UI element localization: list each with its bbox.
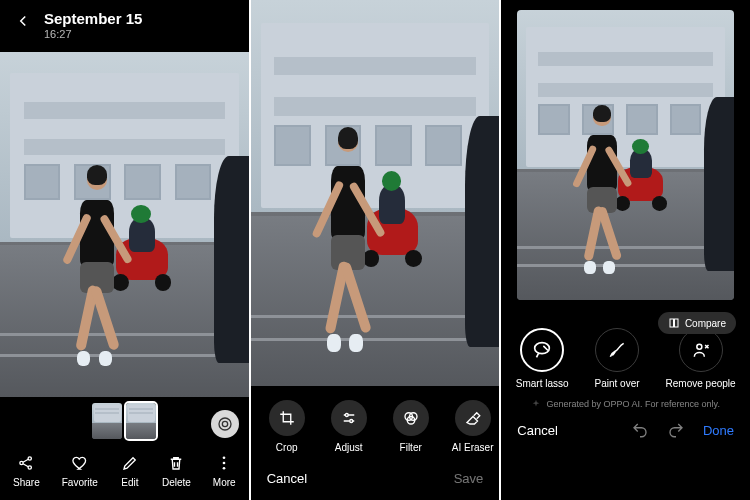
main-photo[interactable] xyxy=(0,52,249,397)
sliders-icon xyxy=(340,409,358,427)
filter-icon xyxy=(402,409,420,427)
filter-tool[interactable]: Filter xyxy=(389,400,433,453)
arrow-left-icon xyxy=(14,12,32,30)
edit-footer: Cancel Save xyxy=(251,459,500,500)
remove-people-label: Remove people xyxy=(666,378,736,389)
share-label: Share xyxy=(13,477,40,488)
smart-lasso-tool[interactable]: Smart lasso xyxy=(516,328,569,389)
ai-eraser-tool[interactable]: AI Eraser xyxy=(451,400,495,453)
smart-lasso-label: Smart lasso xyxy=(516,378,569,389)
favorite-button[interactable]: Favorite xyxy=(62,453,98,488)
undo-button[interactable] xyxy=(631,421,649,439)
back-button[interactable] xyxy=(12,10,34,32)
done-button[interactable]: Done xyxy=(703,423,734,438)
save-button[interactable]: Save xyxy=(454,471,484,486)
person-remove-icon xyxy=(691,340,711,360)
favorite-label: Favorite xyxy=(62,477,98,488)
trash-icon xyxy=(167,454,185,472)
svg-rect-13 xyxy=(670,319,674,327)
photo-person-right xyxy=(214,156,249,363)
pencil-icon xyxy=(121,454,139,472)
viewer-header: September 15 16:27 xyxy=(0,0,249,46)
svg-point-6 xyxy=(223,462,226,465)
edit-button[interactable]: Edit xyxy=(120,453,140,488)
svg-point-8 xyxy=(345,414,348,417)
ai-disclaimer: Generated by OPPO AI. For reference only… xyxy=(501,395,750,411)
svg-point-4 xyxy=(28,466,31,469)
cancel-button[interactable]: Cancel xyxy=(517,423,557,438)
eraser-footer: Cancel Done xyxy=(501,411,750,451)
compare-icon xyxy=(668,317,680,329)
edit-panel: Crop Adjust Filter AI Eraser Mar Cancel … xyxy=(251,0,500,500)
remove-people-tool[interactable]: Remove people xyxy=(666,328,736,389)
filter-label: Filter xyxy=(400,442,422,453)
photo-runner xyxy=(565,109,639,271)
ai-eraser-panel: Compare Smart lasso Paint over Remove pe… xyxy=(501,0,750,500)
eraser-photo-wrap xyxy=(501,0,750,304)
header-title-block: September 15 16:27 xyxy=(44,10,142,40)
adjust-tool[interactable]: Adjust xyxy=(327,400,371,453)
heart-icon xyxy=(71,454,89,472)
photo-time: 16:27 xyxy=(44,28,142,40)
photo-person-right xyxy=(704,97,734,271)
more-label: More xyxy=(213,477,236,488)
photo-person-right xyxy=(465,116,500,348)
compare-button[interactable]: Compare xyxy=(658,312,736,334)
eraser-photo[interactable] xyxy=(517,10,734,300)
edit-tool-row: Crop Adjust Filter AI Eraser Mar xyxy=(251,386,500,459)
redo-button[interactable] xyxy=(667,421,685,439)
lasso-icon xyxy=(531,339,553,361)
thumbnail-active[interactable] xyxy=(126,403,156,439)
lens-icon xyxy=(217,416,233,432)
crop-icon xyxy=(278,409,296,427)
edit-label: Edit xyxy=(121,477,138,488)
photo-viewer-panel: September 15 16:27 xyxy=(0,0,249,500)
undo-icon xyxy=(631,421,649,439)
svg-point-7 xyxy=(223,467,226,470)
share-button[interactable]: Share xyxy=(13,453,40,488)
photo-runner xyxy=(55,169,140,362)
share-icon xyxy=(17,454,35,472)
adjust-label: Adjust xyxy=(335,442,363,453)
svg-point-2 xyxy=(20,461,23,464)
photo-runner xyxy=(305,131,390,347)
more-button[interactable]: More xyxy=(213,453,236,488)
svg-point-1 xyxy=(219,418,231,430)
brush-icon xyxy=(607,340,627,360)
svg-rect-14 xyxy=(674,319,678,327)
svg-point-9 xyxy=(349,420,352,423)
svg-point-3 xyxy=(28,457,31,460)
cancel-button[interactable]: Cancel xyxy=(267,471,307,486)
svg-point-15 xyxy=(696,344,701,349)
redo-icon xyxy=(667,421,685,439)
photo-date: September 15 xyxy=(44,10,142,27)
lens-button[interactable] xyxy=(211,410,239,438)
delete-label: Delete xyxy=(162,477,191,488)
crop-label: Crop xyxy=(276,442,298,453)
thumbnail[interactable] xyxy=(92,403,122,439)
ai-sparkle-icon xyxy=(531,399,541,409)
more-vertical-icon xyxy=(215,454,233,472)
svg-point-0 xyxy=(222,421,227,426)
crop-tool[interactable]: Crop xyxy=(265,400,309,453)
ai-disclaimer-text: Generated by OPPO AI. For reference only… xyxy=(546,399,719,409)
delete-button[interactable]: Delete xyxy=(162,453,191,488)
svg-point-5 xyxy=(223,456,226,459)
edit-photo[interactable] xyxy=(251,0,500,386)
compare-label: Compare xyxy=(685,318,726,329)
eraser-icon xyxy=(464,409,482,427)
viewer-action-bar: Share Favorite Edit Delete More xyxy=(0,445,249,500)
paint-over-tool[interactable]: Paint over xyxy=(595,328,640,389)
paint-over-label: Paint over xyxy=(595,378,640,389)
ai-eraser-label: AI Eraser xyxy=(452,442,494,453)
